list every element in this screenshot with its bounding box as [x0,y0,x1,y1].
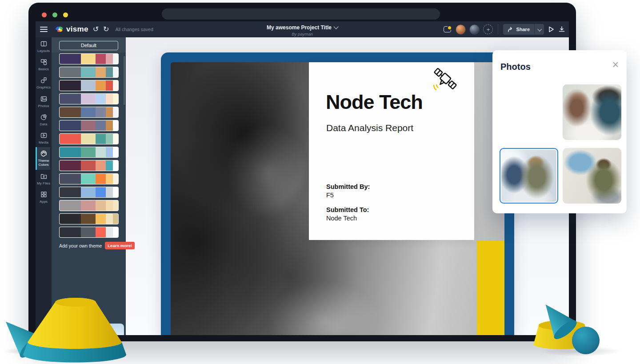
comments-icon[interactable] [444,26,452,33]
submitted-to-label[interactable]: Submitted To: [326,206,369,213]
share-button-label: Share [516,27,530,32]
visme-logo[interactable]: visme [55,25,88,34]
sidebar-item-label: Media [36,140,51,144]
visme-logo-text: visme [66,25,88,34]
download-button[interactable] [558,26,565,33]
theme-palette-row[interactable] [59,173,119,184]
theme-palette-row[interactable] [59,227,119,238]
theme-palette-row[interactable] [59,67,119,78]
photo-thumbnail-two-women-meeting[interactable] [563,84,621,140]
theme-palette-row[interactable] [59,187,119,198]
share-button[interactable]: Share [503,24,534,35]
layouts-icon [40,40,47,47]
sidebar-item-label: Photos [36,104,51,108]
photo-thumbnail-man-working-desk-night[interactable] [500,84,558,140]
sidebar-item-media[interactable]: Media [36,129,52,147]
slide[interactable]: Node Tech Data Analysis Report Submitted… [161,52,514,335]
collaborator-avatar-1[interactable] [456,24,466,35]
theme-palette-row[interactable] [59,107,119,118]
learn-more-button[interactable]: Learn more! [105,242,135,249]
apps-icon [40,191,47,198]
marketing-page: { "browser": { "traffic_lights": ["#ee6a… [0,0,640,364]
autosave-status: All changes saved [116,27,153,32]
slide-subtitle[interactable]: Data Analysis Report [326,123,413,133]
photos-grid [500,84,621,204]
photos-popup-title: Photos [500,62,531,72]
project-title[interactable]: My awesome Project Title [267,24,332,31]
traffic-light-close[interactable] [42,12,47,17]
sidebar-item-label: Layouts [36,49,51,53]
collaborator-avatar-2[interactable] [469,24,480,35]
my-files-icon [40,173,47,180]
project-byline: By payman [267,32,338,36]
share-arrow-icon [508,27,513,32]
traffic-light-zoom[interactable] [63,12,68,17]
sidebar-item-label: My Files [36,181,51,185]
default-theme-button[interactable]: Default [59,41,118,50]
sidebar-item-theme-colors[interactable]: Theme Colors [36,147,50,169]
redo-button[interactable]: ↻ [103,26,109,33]
theme-panel-header: Default [52,37,126,52]
theme-colors-icon [40,150,47,157]
sidebar-item-graphics[interactable]: Graphics [36,74,52,92]
sidebar-item-photos[interactable]: Photos [36,92,52,111]
submitted-by-value[interactable]: F5 [326,192,334,199]
data-icon [40,114,47,120]
sidebar-item-label: Apps [36,200,51,204]
theme-palette-row[interactable] [59,213,119,224]
theme-palette-list [52,53,126,240]
slide-title-panel[interactable]: Node Tech Data Analysis Report Submitted… [309,62,474,240]
media-icon [40,132,47,139]
add-theme-label: Add your own theme [59,243,102,248]
decorative-cones-right [528,297,628,364]
traffic-light-minimize[interactable] [52,12,57,17]
project-title-block[interactable]: My awesome Project Title By payman [267,23,338,36]
theme-palette-row[interactable] [59,160,119,171]
sidebar-item-label: Basics [36,67,51,71]
sidebar-item-label: Data [36,122,51,126]
sidebar-item-label: Theme Colors [36,159,51,167]
photo-thumbnail-man-olive-jacket-writing[interactable] [563,148,621,204]
photos-popup: Photos × [492,50,627,213]
graphics-icon [40,77,47,84]
toolbar-divider [498,24,498,34]
undo-button[interactable]: ↺ [93,26,99,33]
add-collaborator-button[interactable]: + [483,24,493,34]
share-split-button[interactable]: Share [503,24,544,35]
sidebar-item-basics[interactable]: Basics [36,56,52,74]
chevron-down-icon [333,24,338,29]
basics-icon [40,59,47,65]
panel-scrollbar[interactable] [124,56,125,105]
sidebar-item-my-files[interactable]: My Files [36,170,52,188]
satellite-icon[interactable] [432,66,458,92]
photo-thumbnail-two-men-office-desks[interactable] [500,148,558,204]
slide-accent-bar[interactable] [477,241,504,335]
present-button[interactable] [548,26,555,33]
share-dropdown-button[interactable] [534,24,544,35]
sidebar-item-label: Graphics [36,85,51,89]
theme-palette-row[interactable] [59,53,119,64]
sidebar-item-apps[interactable]: Apps [36,188,52,206]
photos-icon [40,96,47,102]
sidebar-item-data[interactable]: Data [36,111,52,129]
decorative-cones-left [4,290,132,364]
app-toolbar: visme ↺ ↻ All changes saved My awesome P… [36,21,569,37]
close-icon[interactable]: × [612,59,619,70]
theme-palette-row[interactable] [59,80,119,91]
sidebar-item-layouts[interactable]: Layouts [36,37,52,56]
notification-dot [447,25,452,30]
visme-logo-icon [55,25,64,34]
theme-palette-row[interactable] [59,147,119,158]
visme-app: visme ↺ ↻ All changes saved My awesome P… [36,21,569,335]
theme-palette-row[interactable] [59,93,119,104]
submitted-by-label[interactable]: Submitted By: [326,183,370,190]
hamburger-menu-icon[interactable] [36,27,52,32]
slide-title[interactable]: Node Tech [326,91,423,114]
theme-palette-row[interactable] [59,133,119,144]
theme-palette-row[interactable] [59,120,119,131]
browser-address-bar[interactable] [162,8,440,20]
submitted-to-value[interactable]: Node Tech [326,215,357,222]
theme-palette-row[interactable] [59,200,119,211]
